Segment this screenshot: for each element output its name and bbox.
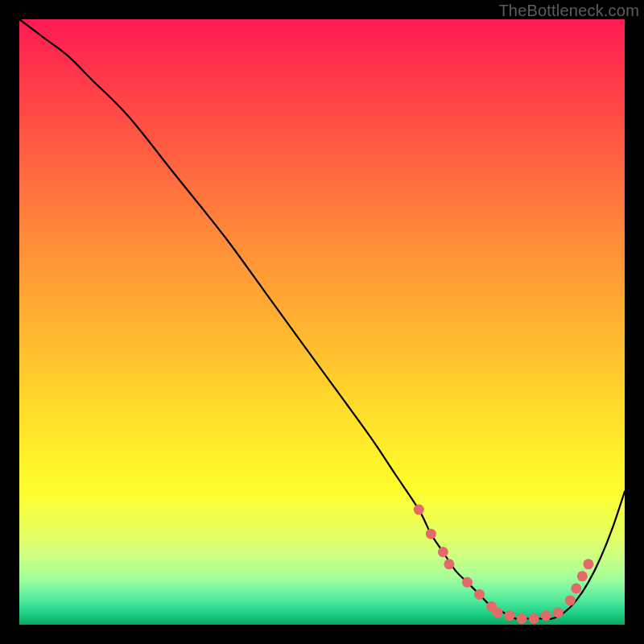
data-marker [583,559,593,569]
data-marker [438,547,448,557]
data-marker [577,571,588,581]
data-marker [565,595,576,605]
data-marker [444,559,454,569]
data-marker [474,589,485,600]
chart-frame: TheBottleneck.com [0,0,644,644]
data-marker [541,610,551,621]
watermark-text: TheBottleneck.com [498,2,639,20]
data-marker [505,610,515,621]
data-marker [529,613,539,624]
marker-group [414,505,594,624]
data-marker [571,583,581,593]
data-marker [493,607,503,617]
data-marker [462,577,473,588]
bottleneck-curve [19,19,625,619]
chart-overlay [19,19,625,625]
data-marker [426,529,436,539]
data-marker [517,613,527,624]
plot-area [19,19,625,625]
data-marker [553,607,564,617]
data-marker [414,505,424,515]
